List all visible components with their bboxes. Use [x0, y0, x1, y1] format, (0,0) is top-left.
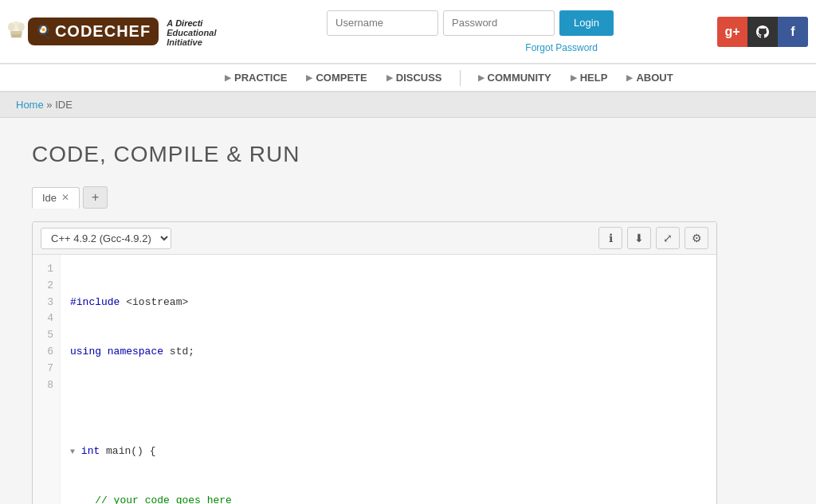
line-num-5: 5: [41, 327, 53, 344]
compete-arrow: ▶: [306, 73, 312, 82]
main-content: CODE, COMPILE & RUN Ide ✕ + C++ 4.9.2 (G…: [0, 118, 816, 504]
discuss-arrow: ▶: [386, 73, 393, 82]
brand-name: Directi: [175, 18, 202, 28]
code-line-5: // your code goes here: [70, 493, 707, 504]
line-num-2: 2: [41, 278, 53, 295]
language-selector: C++ 4.9.2 (Gcc-4.9.2): [41, 228, 171, 249]
social-area: g+ f: [717, 17, 808, 47]
editor-container: C++ 4.9.2 (Gcc-4.9.2) ℹ ⬇ ⤢ ⚙ 1 2 3 4 5 …: [32, 221, 717, 504]
logo-subtitle: A Directi Educational Initiative: [167, 18, 231, 47]
line-num-8: 8: [41, 377, 53, 394]
login-button[interactable]: Login: [559, 10, 614, 36]
page-title: CODE, COMPILE & RUN: [32, 142, 784, 167]
nav-about[interactable]: ▶ ABOUT: [617, 64, 682, 92]
editor-toolbar: C++ 4.9.2 (Gcc-4.9.2) ℹ ⬇ ⤢ ⚙: [33, 222, 716, 255]
chef-hat-icon: [8, 14, 25, 49]
nav-about-label: ABOUT: [636, 72, 673, 84]
line-num-6: 6: [41, 344, 53, 361]
about-arrow: ▶: [626, 73, 633, 82]
expand-icon-button[interactable]: ⤢: [656, 227, 680, 249]
nav-community-label: COMMUNITY: [488, 72, 551, 84]
line-numbers: 1 2 3 4 5 6 7 8: [33, 255, 61, 504]
breadcrumb-home[interactable]: Home: [16, 99, 44, 111]
info-icon-button[interactable]: ℹ: [598, 227, 622, 249]
code-editor[interactable]: #include <iostream> using namespace std;…: [61, 255, 716, 504]
nav-practice[interactable]: ▶ PRACTICE: [215, 64, 296, 92]
nav-compete[interactable]: ▶ COMPETE: [296, 64, 376, 92]
auth-row: Login: [327, 10, 614, 36]
logo-box: 🍳 CODECHEF: [28, 18, 159, 45]
nav-compete-label: COMPETE: [316, 72, 367, 84]
tab-ide[interactable]: Ide ✕: [32, 187, 80, 209]
nav-practice-label: PRACTICE: [234, 72, 287, 84]
google-social-button[interactable]: g+: [717, 17, 747, 47]
line-num-7: 7: [41, 361, 53, 377]
nav-help-label: HELP: [580, 72, 608, 84]
help-arrow: ▶: [571, 73, 577, 82]
facebook-social-button[interactable]: f: [778, 17, 808, 47]
toolbar-icons: ℹ ⬇ ⤢ ⚙: [598, 227, 708, 249]
nav-divider: [460, 70, 461, 86]
breadcrumb-current: IDE: [55, 99, 73, 111]
header: 🍳 CODECHEF A Directi Educational Initiat…: [0, 0, 816, 64]
svg-point-1: [8, 23, 14, 31]
line-num-3: 3: [41, 295, 53, 311]
nav-help[interactable]: ▶ HELP: [561, 64, 618, 92]
github-icon: [755, 24, 771, 40]
nav: ▶ PRACTICE ▶ COMPETE ▶ DISCUSS ▶ COMMUNI…: [0, 64, 816, 92]
language-dropdown[interactable]: C++ 4.9.2 (Gcc-4.9.2): [41, 228, 171, 249]
code-line-1: #include <iostream>: [70, 295, 707, 311]
logo-area: 🍳 CODECHEF A Directi Educational Initiat…: [8, 14, 231, 49]
code-area: 1 2 3 4 5 6 7 8 #include <iostream> usin…: [33, 255, 716, 504]
logo-tagline: Educational Initiative: [167, 28, 216, 47]
nav-discuss-label: DISCUSS: [396, 72, 442, 84]
practice-arrow: ▶: [225, 73, 231, 82]
svg-point-2: [18, 23, 25, 31]
settings-icon-button[interactable]: ⚙: [685, 227, 708, 249]
github-social-button[interactable]: [747, 17, 778, 47]
auth-area: Login Forgot Password: [231, 10, 709, 53]
tabs-row: Ide ✕ +: [32, 186, 784, 209]
download-icon-button[interactable]: ⬇: [627, 227, 651, 249]
code-line-4: ▼ int main() {: [70, 443, 707, 460]
tab-add-button[interactable]: +: [83, 186, 108, 209]
tab-ide-label: Ide: [42, 192, 57, 204]
forgot-password-link[interactable]: Forgot Password: [525, 42, 598, 53]
tab-ide-close[interactable]: ✕: [61, 192, 69, 203]
breadcrumb-separator: »: [46, 99, 52, 111]
code-line-3: [70, 393, 707, 410]
nav-community[interactable]: ▶ COMMUNITY: [469, 64, 561, 92]
logo-text: CODECHEF: [55, 22, 151, 41]
code-line-2: using namespace std;: [70, 344, 707, 361]
breadcrumb: Home » IDE: [0, 92, 816, 118]
svg-rect-4: [11, 34, 22, 37]
nav-discuss[interactable]: ▶ DISCUSS: [377, 64, 452, 92]
line-num-4: 4: [41, 311, 53, 327]
community-arrow: ▶: [478, 73, 484, 82]
username-input[interactable]: [327, 10, 438, 36]
svg-point-5: [14, 21, 18, 27]
password-input[interactable]: [443, 10, 555, 36]
line-num-1: 1: [41, 261, 53, 278]
